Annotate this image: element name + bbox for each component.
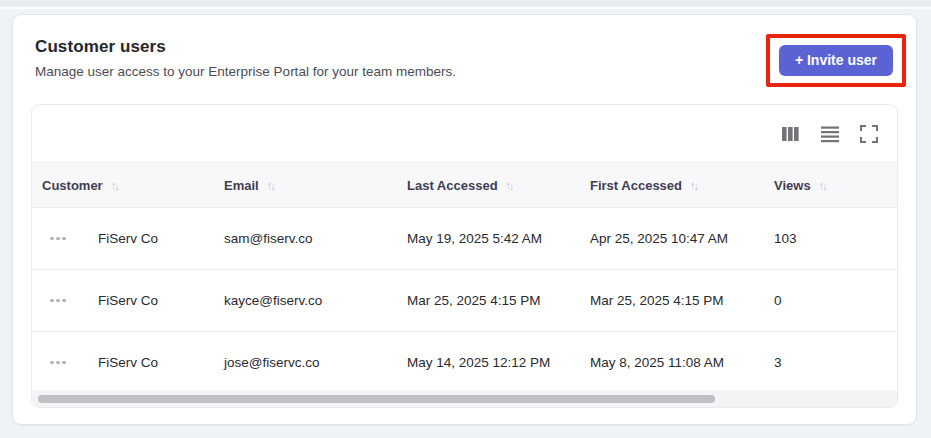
table-toolbar (32, 105, 897, 162)
screen: Customer users Manage user access to you… (0, 0, 931, 438)
sort-arrows-icon[interactable]: ↑↓ (819, 179, 826, 191)
cell-last-accessed: May 14, 2025 12:12 PM (407, 355, 590, 370)
cell-views: 0 (774, 293, 897, 308)
annotation-highlight: + Invite user (766, 34, 906, 87)
meatball-menu-icon[interactable] (32, 299, 98, 303)
cell-first-accessed: Mar 25, 2025 4:15 PM (590, 293, 774, 308)
cell-first-accessed: Apr 25, 2025 10:47 AM (590, 231, 774, 246)
cell-last-accessed: Mar 25, 2025 4:15 PM (407, 293, 590, 308)
cell-customer: FiServ Co (98, 355, 224, 370)
column-header-email[interactable]: Email ↑↓ (224, 178, 407, 193)
table-row: FiServ Co jose@fiservc.co May 14, 2025 1… (32, 332, 897, 394)
column-header-customer[interactable]: Customer ↑↓ (32, 178, 224, 193)
table-row: FiServ Co sam@fiserv.co May 19, 2025 5:4… (32, 208, 897, 270)
panel-header: Customer users Manage user access to you… (13, 15, 916, 79)
sort-arrows-icon[interactable]: ↑↓ (267, 179, 274, 191)
cell-views: 103 (774, 231, 897, 246)
table-row: FiServ Co kayce@fiserv.co Mar 25, 2025 4… (32, 270, 897, 332)
cell-email: kayce@fiserv.co (224, 293, 407, 308)
sort-arrows-icon[interactable]: ↑↓ (690, 179, 697, 191)
fullscreen-icon[interactable] (860, 125, 878, 143)
columns-icon[interactable] (781, 125, 800, 143)
table-header-row: Customer ↑↓ Email ↑↓ Last Accessed ↑↓ Fi… (32, 162, 897, 208)
users-table-card: Customer ↑↓ Email ↑↓ Last Accessed ↑↓ Fi… (31, 104, 898, 408)
cell-first-accessed: May 8, 2025 11:08 AM (590, 355, 774, 370)
column-header-last-accessed[interactable]: Last Accessed ↑↓ (407, 178, 590, 193)
horizontal-scrollbar[interactable] (32, 390, 897, 407)
scrollbar-thumb[interactable] (38, 395, 715, 403)
invite-user-button[interactable]: + Invite user (779, 45, 893, 76)
cell-views: 3 (774, 355, 897, 370)
cell-email: sam@fiserv.co (224, 231, 407, 246)
customer-users-panel: Customer users Manage user access to you… (12, 14, 917, 425)
cell-last-accessed: May 19, 2025 5:42 AM (407, 231, 590, 246)
sort-arrows-icon[interactable]: ↑↓ (506, 179, 513, 191)
meatball-menu-icon[interactable] (32, 361, 98, 365)
top-edge-strip (0, 0, 931, 9)
cell-email: jose@fiservc.co (224, 355, 407, 370)
sort-arrows-icon[interactable]: ↑↓ (111, 179, 118, 191)
density-icon[interactable] (821, 125, 839, 143)
meatball-menu-icon[interactable] (32, 237, 98, 241)
cell-customer: FiServ Co (98, 231, 224, 246)
cell-customer: FiServ Co (98, 293, 224, 308)
column-header-first-accessed[interactable]: First Accessed ↑↓ (590, 178, 774, 193)
column-header-views[interactable]: Views ↑↓ (774, 178, 897, 193)
